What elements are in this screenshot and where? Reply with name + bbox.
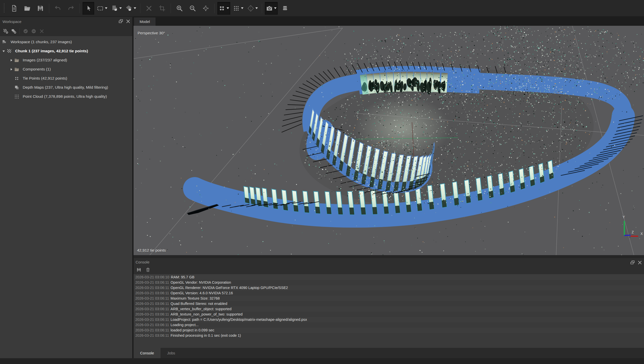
tiepts-icon [14,76,19,81]
add-photos-button[interactable] [10,27,18,35]
tie-points-view-icon [218,5,225,12]
chevron-right-icon[interactable] [8,68,14,71]
clear-log-icon [145,267,150,272]
console-log: 2026-03-21 03:06:10RAM: 95.7 GB2026-03-2… [134,274,644,348]
perspective-label: Perspective 30° [138,31,165,35]
chevron-right-icon[interactable] [8,59,14,62]
console-panel-header: Console [134,258,644,266]
log-entry: 2026-03-21 03:06:11Loading project... [134,322,644,328]
close-panel-icon[interactable] [125,19,131,24]
remove-item-button[interactable] [38,27,46,35]
tree-item-label: Workspace (1 chunks, 237 images) [11,40,72,44]
redo-button[interactable] [65,2,77,15]
close-panel-icon[interactable] [637,260,642,265]
toolbar-separator [140,4,140,13]
navigation-tool-icon [85,5,92,12]
show-thumbnails-icon [281,5,289,12]
model-view-button[interactable] [246,2,259,15]
rotate-object-tool-button[interactable] [124,2,137,15]
chevron-down-icon[interactable] [134,7,136,9]
depthm-icon [14,85,19,90]
chevron-down-icon[interactable] [241,7,244,9]
save-project-icon [37,5,44,12]
point-cloud-view-icon [233,5,240,12]
tree-item-workspace[interactable]: Workspace (1 chunks, 237 images) [0,37,132,46]
tree-item-label: Tie Points (42,912 points) [23,76,67,81]
tree-item-tie[interactable]: Tie Points (42,912 points) [0,74,132,83]
tree-item-label: Images (237/237 aligned) [23,58,67,62]
pan-tool-button[interactable] [110,2,123,15]
model-viewport[interactable]: YZX Perspective 30° 42,912 tie points [134,26,644,255]
console-toolbar [134,266,644,274]
add-chunk-button[interactable] [2,27,10,35]
workspace-tree: Workspace (1 chunks, 237 images)Chunk 1 … [0,36,132,358]
axis-gizmo: YZX [623,215,643,236]
pan-tool-icon [111,5,118,12]
main-toolbar [0,0,644,17]
tie-points-status: 42,912 tie points [137,248,166,253]
log-entry: 2026-03-21 03:06:11Finished processing i… [134,333,644,338]
tree-item-depth[interactable]: Depth Maps (237, Ultra high quality, Mil… [0,83,132,92]
chevron-down-icon[interactable] [274,7,277,9]
save-log-button[interactable] [136,266,142,273]
delete-selection-icon [145,5,152,12]
chevron-down-icon[interactable] [119,7,122,9]
foldr-icon [14,67,19,72]
console-panel: Console 2026-03-21 03:06:10RAM: 95.7 GB2… [134,258,644,348]
center-view-icon [202,5,209,12]
3d-scene: YZX [134,26,644,255]
float-panel-icon[interactable] [118,19,123,24]
remove-item-icon [39,28,45,34]
tree-item-components[interactable]: Components (1) [0,65,132,74]
show-cameras-button[interactable] [265,2,278,15]
tab-model[interactable]: Model [134,17,156,26]
tab-jobs[interactable]: Jobs [161,348,182,358]
delete-selection-button[interactable] [143,2,155,15]
toolbar-separator [49,4,49,13]
log-entry: 2026-03-21 03:06:11ARB_vertex_buffer_obj… [134,306,644,312]
rectangle-selection-tool-button[interactable] [96,2,109,15]
tie-points-view-button[interactable] [217,2,230,15]
save-project-button[interactable] [35,2,46,15]
add-photos-icon [11,28,17,34]
tree-item-point[interactable]: Point Cloud (7,378,898 points, Ultra hig… [0,92,132,101]
new-project-button[interactable] [8,2,20,15]
rectangle-selection-tool-icon [97,5,104,12]
clear-log-button[interactable] [145,266,151,273]
toolbar-grip[interactable] [4,3,6,13]
wsroot-icon [2,39,7,45]
chunk-icon [7,48,12,54]
resize-region-button[interactable] [156,2,168,15]
show-cameras-icon [266,5,273,12]
log-entry: 2026-03-21 03:06:11LoadProject: path = C… [134,317,644,322]
chevron-down-icon[interactable] [1,50,7,53]
zoom-in-button[interactable] [174,2,185,15]
disable-item-button[interactable] [30,27,38,35]
toolbar-separator [171,4,171,13]
tab-console[interactable]: Console [134,348,161,358]
show-thumbnails-button[interactable] [279,2,291,15]
chevron-down-icon[interactable] [255,7,258,9]
disable-item-icon [31,28,37,34]
enable-item-button[interactable] [21,27,30,35]
metashape-window: Workspace Workspace (1 chunks, 237 image… [0,0,644,364]
viewport-console-divider[interactable] [134,255,644,258]
tree-item-images[interactable]: Images (237/237 aligned) [0,56,132,65]
tree-item-label: Chunk 1 (237 images, 42,912 tie points) [15,49,88,53]
zoom-out-button[interactable] [187,2,198,15]
center-view-button[interactable] [200,2,212,15]
chevron-down-icon[interactable] [105,7,108,9]
point-cloud-view-button[interactable] [232,2,245,15]
bottom-tab-bar: ConsoleJobs [134,348,644,358]
undo-button[interactable] [52,2,64,15]
log-entry: 2026-03-21 03:06:11OpenGL Renderer: NVID… [134,285,644,290]
navigation-tool-button[interactable] [83,2,94,15]
tree-item-chunk[interactable]: Chunk 1 (237 images, 42,912 tie points) [0,46,132,56]
undo-icon [54,5,61,12]
axis-label-y: Y [623,215,625,219]
toolbar-separator [80,4,80,13]
foldr-icon [14,58,19,63]
chevron-down-icon[interactable] [226,7,229,9]
open-project-button[interactable] [21,2,33,15]
float-panel-icon[interactable] [630,260,635,265]
